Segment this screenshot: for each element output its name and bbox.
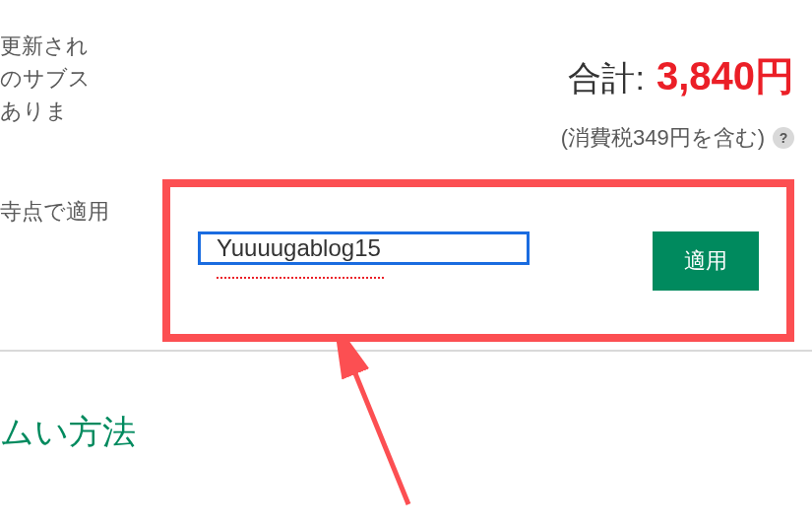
promo-code-input[interactable] [198, 231, 530, 265]
apply-button[interactable]: 適用 [653, 231, 759, 291]
info-line: のサブス [0, 62, 91, 95]
svg-line-1 [344, 347, 408, 504]
renewal-info-text: 更新され のサブス ありま [0, 30, 91, 127]
section-divider [0, 350, 812, 352]
info-line: ありま [0, 95, 91, 127]
annotation-highlight-box: 適用 [162, 179, 794, 342]
total-row: 合計: 3,840円 [568, 49, 794, 103]
total-label: 合計: [568, 56, 644, 101]
info-line: 更新され [0, 30, 91, 62]
spellcheck-underline [217, 277, 384, 279]
annotation-arrow-icon [320, 337, 438, 514]
promo-input-wrap [198, 231, 653, 291]
promo-timing-text: 寺点で適用 [0, 197, 109, 227]
tax-text: (消費税349円を含む) [561, 123, 765, 153]
tax-row: (消費税349円を含む) ? [561, 123, 794, 153]
promo-input-row: 適用 [198, 231, 759, 291]
total-amount: 3,840円 [656, 49, 794, 103]
payment-method-heading: ムい方法 [0, 410, 136, 455]
help-icon[interactable]: ? [773, 127, 794, 149]
